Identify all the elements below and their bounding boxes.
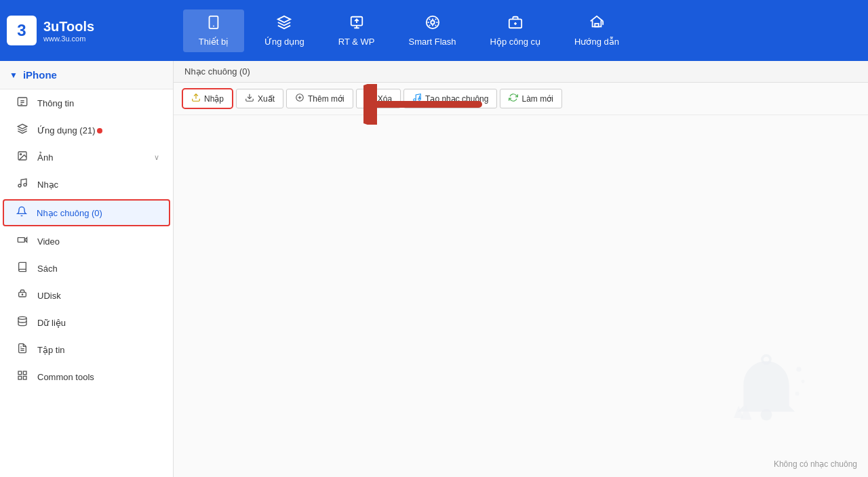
btn-icon-tao-nhac-chuong [412, 93, 422, 104]
bell-illustration [726, 353, 807, 436]
content-area: Nhạc chuông (0) Nhập Xuất Thêm mới Xóa T… [174, 61, 868, 477]
label-anh: Ảnh [37, 152, 53, 163]
label-sach: Sách [37, 264, 58, 274]
btn-label-xuat: Xuất [258, 94, 275, 104]
btn-icon-them-moi [295, 93, 304, 104]
header: 3 3uTools www.3u.com Thiết bị Ứng dụng R… [0, 0, 868, 61]
nav-item-smart-flash[interactable]: Smart Flash [395, 9, 469, 52]
label-tap-tin: Tập tin [37, 345, 65, 355]
badge-ung-dung [97, 128, 102, 133]
empty-text: Không có nhạc chuông [774, 459, 857, 469]
logo-area: 3 3uTools www.3u.com [7, 16, 170, 45]
logo-box: 3 [7, 16, 37, 45]
toolbar-btn-lam-moi[interactable]: Làm mới [500, 89, 561, 108]
sidebar-item-nhac[interactable]: Nhạc [0, 171, 173, 198]
toolbar-btn-xuat[interactable]: Xuất [236, 89, 283, 108]
content-header: Nhạc chuông (0) [174, 61, 868, 83]
sidebar-item-ung-dung[interactable]: Ứng dụng (21) [0, 117, 173, 144]
toolbar-btn-xoa[interactable]: Xóa [356, 89, 401, 108]
svg-rect-24 [23, 371, 26, 375]
nav-icon-rt-wp [349, 15, 364, 34]
sidebar-item-anh[interactable]: Ảnh ∨ [0, 144, 173, 171]
sidebar-item-video[interactable]: Video [0, 228, 173, 255]
svg-point-20 [18, 316, 26, 319]
svg-rect-16 [18, 238, 24, 243]
label-common-tools: Common tools [37, 372, 94, 382]
svg-point-40 [761, 409, 772, 421]
nav-label-huong-dan: Hướng dẫn [574, 37, 619, 47]
nav-item-ung-dung[interactable]: Ứng dụng [251, 9, 318, 52]
sidebar-item-udisk[interactable]: UDisk [0, 282, 173, 309]
sidebar-device: ▼ iPhone [0, 61, 173, 89]
nav-label-ung-dung: Ứng dụng [264, 37, 304, 47]
label-nhac-chuong: Nhạc chuông (0) [37, 208, 102, 218]
toolbar-btn-them-moi[interactable]: Thêm mới [286, 89, 353, 108]
icon-udisk [16, 289, 29, 302]
device-name: iPhone [23, 69, 57, 81]
svg-point-35 [414, 99, 416, 102]
btn-label-tao-nhac-chuong: Tạo nhạc chuông [425, 94, 488, 104]
nav-icon-smart-flash [425, 15, 440, 34]
nav-icon-huong-dan [589, 15, 604, 34]
label-du-lieu: Dữ liệu [37, 318, 66, 328]
label-udisk: UDisk [37, 291, 61, 301]
label-ung-dung: Ứng dụng (21) [37, 125, 102, 136]
empty-content: Không có nhạc chuông [174, 115, 868, 477]
icon-nhac [16, 178, 29, 191]
icon-nhac-chuong [15, 206, 28, 220]
sidebar-item-tap-tin[interactable]: Tập tin [0, 336, 173, 363]
svg-point-3 [431, 20, 435, 24]
icon-tap-tin [16, 343, 29, 356]
btn-icon-xoa [365, 93, 374, 104]
sidebar-item-common-tools[interactable]: Common tools [0, 363, 173, 390]
btn-icon-xuat [245, 93, 254, 104]
brand-url: www.3u.com [43, 35, 94, 43]
svg-point-42 [796, 367, 801, 371]
toolbar-buttons-container: Nhập Xuất Thêm mới Xóa Tạo nhạc chuông L… [182, 88, 562, 109]
label-thong-tin: Thông tin [37, 98, 74, 108]
icon-ung-dung [16, 123, 29, 137]
toolbar-btn-tao-nhac-chuong[interactable]: Tạo nhạc chuông [403, 89, 497, 108]
nav-label-hop-cong-cu: Hộp công cụ [490, 37, 541, 47]
svg-point-43 [802, 380, 805, 383]
nav-item-thiet-bi[interactable]: Thiết bị [183, 9, 244, 52]
nav-label-thiet-bi: Thiết bị [199, 37, 229, 47]
label-nhac: Nhạc [37, 180, 58, 190]
brand-name: 3uTools [43, 19, 94, 35]
nav-label-rt-wp: RT & WP [338, 37, 375, 47]
chevron-down-icon: ▼ [9, 70, 18, 80]
logo-text: 3uTools www.3u.com [43, 19, 94, 43]
icon-anh [16, 150, 29, 164]
expand-icon-anh: ∨ [154, 153, 159, 162]
nav-icon-thiet-bi [206, 15, 221, 34]
svg-point-15 [24, 184, 26, 186]
btn-label-xoa: Xóa [378, 94, 392, 104]
nav-item-rt-wp[interactable]: RT & WP [325, 9, 389, 52]
nav-icon-hop-cong-cu [508, 15, 523, 34]
nav-label-smart-flash: Smart Flash [408, 37, 456, 47]
sidebar-item-du-lieu[interactable]: Dữ liệu [0, 309, 173, 336]
toolbar-btn-nhap[interactable]: Nhập [182, 88, 233, 109]
svg-rect-7 [595, 23, 599, 26]
svg-point-13 [20, 154, 22, 155]
nav-item-hop-cong-cu[interactable]: Hộp công cụ [477, 9, 555, 52]
icon-thong-tin [16, 96, 29, 110]
toolbar: Nhập Xuất Thêm mới Xóa Tạo nhạc chuông L… [174, 83, 868, 115]
nav-item-huong-dan[interactable]: Hướng dẫn [561, 9, 633, 52]
label-video: Video [37, 236, 60, 247]
icon-du-lieu [16, 316, 29, 329]
main-layout: ▼ iPhone Thông tin Ứng dụng (21) Ảnh ∨ N… [0, 61, 868, 477]
sidebar: ▼ iPhone Thông tin Ứng dụng (21) Ảnh ∨ N… [0, 61, 174, 477]
nav-icon-ung-dung [277, 15, 292, 34]
sidebar-item-nhac-chuong[interactable]: Nhạc chuông (0) [3, 199, 170, 226]
svg-rect-26 [23, 376, 26, 379]
btn-icon-lam-moi [509, 93, 518, 104]
sidebar-item-thong-tin[interactable]: Thông tin [0, 89, 173, 117]
svg-point-19 [22, 294, 22, 295]
btn-label-nhap: Nhập [204, 94, 224, 104]
nav-items: Thiết bị Ứng dụng RT & WP Smart Flash Hộ… [170, 9, 861, 52]
svg-rect-25 [18, 376, 22, 379]
sidebar-item-sach[interactable]: Sách [0, 255, 173, 282]
svg-point-44 [795, 392, 800, 396]
icon-common-tools [16, 370, 29, 383]
